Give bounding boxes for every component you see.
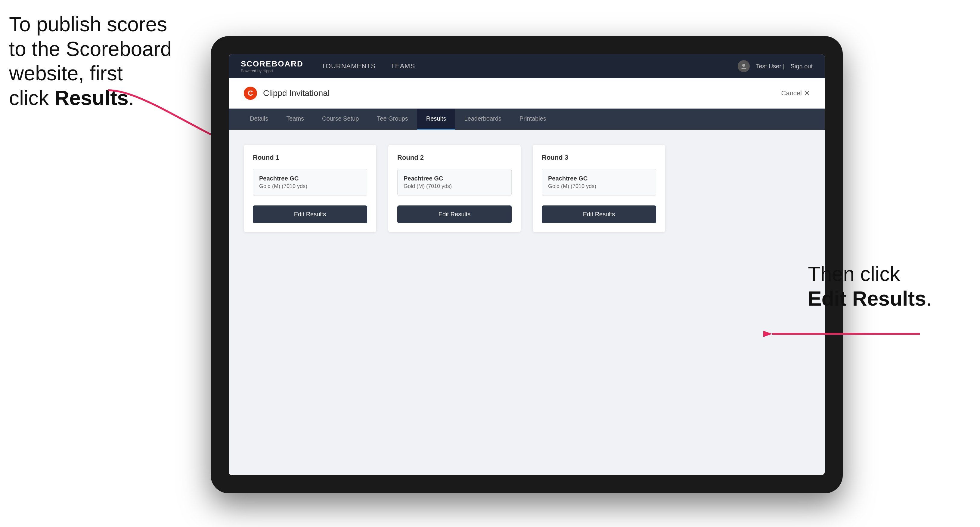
round-3-title: Round 3 (542, 154, 656, 162)
round-1-card: Round 1 Peachtree GC Gold (M) (7010 yds)… (244, 145, 376, 232)
main-content: Round 1 Peachtree GC Gold (M) (7010 yds)… (229, 130, 825, 475)
tab-details[interactable]: Details (241, 109, 277, 130)
nav-teams[interactable]: TEAMS (391, 62, 415, 70)
round-1-course-card: Peachtree GC Gold (M) (7010 yds) (253, 169, 367, 196)
svg-point-1 (742, 64, 745, 67)
round-2-course-name: Peachtree GC (404, 175, 505, 182)
tablet-device: SCOREBOARD Powered by clippd TOURNAMENTS… (211, 36, 843, 493)
round-2-card: Round 2 Peachtree GC Gold (M) (7010 yds)… (388, 145, 521, 232)
nav-tournaments[interactable]: TOURNAMENTS (321, 62, 376, 70)
instruction-right: Then click Edit Results. (808, 262, 932, 311)
tab-printables[interactable]: Printables (511, 109, 555, 130)
tab-tee-groups[interactable]: Tee Groups (368, 109, 417, 130)
edit-results-button-3[interactable]: Edit Results (542, 205, 656, 223)
logo-text: SCOREBOARD (241, 59, 303, 68)
round-1-course-name: Peachtree GC (259, 175, 361, 182)
tab-results[interactable]: Results (417, 109, 455, 130)
round-1-course-details: Gold (M) (7010 yds) (259, 183, 361, 189)
tab-course-setup[interactable]: Course Setup (313, 109, 368, 130)
round-3-course-name: Peachtree GC (548, 175, 650, 182)
round-3-course-details: Gold (M) (7010 yds) (548, 183, 650, 189)
round-1-title: Round 1 (253, 154, 367, 162)
tournament-logo: C (244, 87, 257, 100)
user-avatar (738, 60, 750, 72)
edit-results-button-2[interactable]: Edit Results (397, 205, 512, 223)
tabs-bar: Details Teams Course Setup Tee Groups Re… (229, 109, 825, 130)
user-text: Test User | (756, 63, 784, 70)
close-icon: ✕ (804, 89, 810, 97)
nav-links: TOURNAMENTS TEAMS (321, 62, 738, 70)
logo-sub: Powered by clippd (241, 68, 303, 73)
round-3-card: Round 3 Peachtree GC Gold (M) (7010 yds)… (533, 145, 665, 232)
sign-out-link[interactable]: Sign out (791, 63, 813, 70)
rounds-grid: Round 1 Peachtree GC Gold (M) (7010 yds)… (244, 145, 810, 232)
instruction-left: To publish scores to the Scoreboard webs… (9, 12, 172, 110)
tournament-header: C Clippd Invitational Cancel ✕ (229, 78, 825, 109)
cancel-button[interactable]: Cancel ✕ (781, 89, 810, 97)
round-2-course-card: Peachtree GC Gold (M) (7010 yds) (397, 169, 512, 196)
scoreboard-logo: SCOREBOARD Powered by clippd (241, 59, 303, 73)
tablet-screen: SCOREBOARD Powered by clippd TOURNAMENTS… (229, 54, 825, 475)
round-3-course-card: Peachtree GC Gold (M) (7010 yds) (542, 169, 656, 196)
top-navigation: SCOREBOARD Powered by clippd TOURNAMENTS… (229, 54, 825, 78)
tab-leaderboards[interactable]: Leaderboards (455, 109, 510, 130)
edit-results-button-1[interactable]: Edit Results (253, 205, 367, 223)
tab-teams[interactable]: Teams (277, 109, 313, 130)
tournament-title-row: C Clippd Invitational (244, 87, 329, 100)
round-2-title: Round 2 (397, 154, 512, 162)
tournament-title: Clippd Invitational (263, 89, 329, 98)
nav-right: Test User | Sign out (738, 60, 813, 72)
round-2-course-details: Gold (M) (7010 yds) (404, 183, 505, 189)
